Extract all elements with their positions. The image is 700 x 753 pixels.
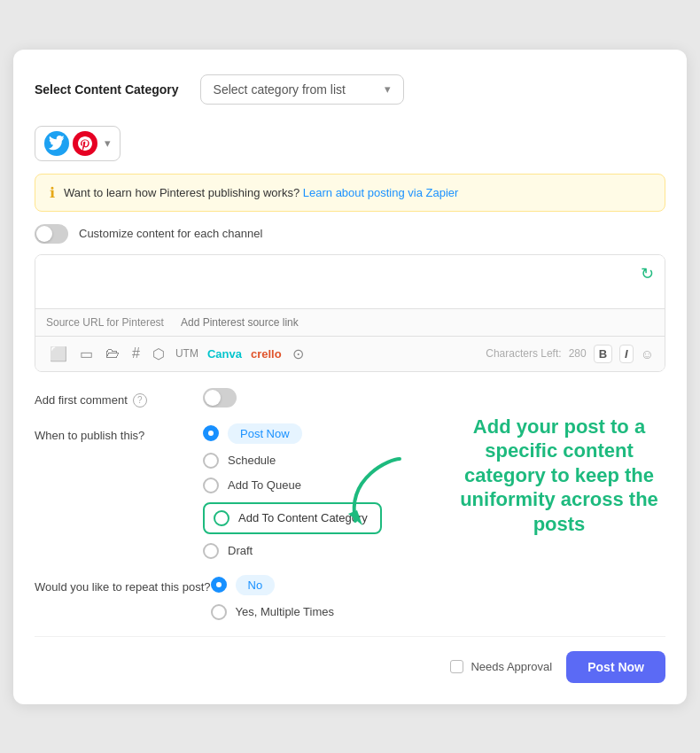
radio-add-content-circle [214, 510, 229, 526]
folder-icon[interactable]: 🗁 [102, 344, 123, 363]
radio-add-to-queue-circle [203, 477, 219, 493]
toolbar-row: ⬜ ▭ 🗁 # ⬡ UTM Canva crello ⊙ Characters … [35, 336, 665, 371]
first-comment-toggle-knob [205, 390, 221, 406]
italic-button[interactable]: I [619, 345, 634, 363]
info-banner: ℹ Want to learn how Pinterest publishing… [35, 174, 665, 212]
radio-draft-label: Draft [228, 544, 253, 557]
radio-post-now[interactable]: Post Now [203, 423, 665, 444]
banner-text: Want to learn how Pinterest publishing w… [64, 186, 458, 199]
post-now-button[interactable]: Post Now [566, 651, 665, 683]
radio-schedule-circle [203, 453, 219, 469]
needs-approval-group: Needs Approval [450, 660, 552, 673]
banner-link[interactable]: Learn about posting via Zapier [303, 186, 459, 199]
editor-content[interactable]: ↻ [35, 255, 665, 308]
image-icon[interactable]: ⬜ [46, 344, 71, 364]
radio-add-to-queue-label: Add To Queue [228, 478, 301, 492]
radio-yes-multiple[interactable]: Yes, Multiple Times [211, 604, 666, 620]
first-comment-help-icon[interactable]: ? [133, 393, 147, 408]
accounts-selector[interactable]: ▾ [35, 126, 121, 161]
repeat-row: Would you like to repeat this post? No Y… [35, 575, 665, 620]
customize-row: Customize content for each channel [35, 224, 665, 244]
pinterest-avatar [73, 131, 97, 156]
canva-label[interactable]: Canva [206, 347, 244, 361]
radio-add-to-queue[interactable]: Add To Queue [203, 477, 665, 493]
chars-left-value: 280 [569, 347, 587, 360]
customize-label: Customize content for each channel [79, 227, 262, 240]
accounts-row: ▾ [35, 126, 665, 161]
source-url-row: Source URL for Pinterest [35, 308, 665, 336]
radio-yes-multiple-label: Yes, Multiple Times [236, 605, 335, 618]
main-card: Select Content Category Select category … [13, 50, 687, 704]
twitter-avatar [44, 131, 69, 156]
first-comment-label: Add first comment ? [35, 388, 203, 408]
hashtag-icon[interactable]: # [128, 344, 144, 363]
emoji-icon[interactable]: ☺ [641, 346, 654, 361]
needs-approval-checkbox[interactable] [450, 660, 463, 673]
radio-no-label: No [236, 575, 276, 595]
radio-yes-multiple-circle [211, 604, 227, 620]
radio-no[interactable]: No [211, 575, 666, 595]
publish-row: When to publish this? Post Now Schedule … [35, 423, 665, 559]
crello-label[interactable]: crello [249, 347, 284, 361]
chars-left-label: Characters Left: [486, 347, 561, 360]
bold-button[interactable]: B [594, 345, 612, 363]
radio-add-to-content-category[interactable]: Add To Content Category [203, 502, 382, 534]
link-icon[interactable]: ⬡ [149, 344, 168, 364]
repeat-content: No Yes, Multiple Times [211, 575, 666, 620]
category-row: Select Content Category Select category … [35, 74, 665, 105]
video-icon[interactable]: ▭ [76, 344, 97, 364]
chevron-down-icon: ▾ [385, 82, 391, 96]
radio-schedule-label: Schedule [228, 454, 276, 467]
utm-label[interactable]: UTM [174, 347, 200, 360]
form-section: Add first comment ? When to publish this… [35, 388, 665, 620]
source-url-label: Source URL for Pinterest [46, 316, 170, 329]
radio-no-circle [211, 577, 227, 593]
source-url-input[interactable] [181, 316, 654, 329]
radio-add-content-label: Add To Content Category [238, 511, 368, 524]
radio-post-now-circle [203, 425, 219, 441]
publish-label: When to publish this? [35, 423, 203, 442]
location-icon[interactable]: ⊙ [289, 344, 307, 364]
info-icon: ℹ [50, 184, 55, 201]
toggle-knob [36, 226, 52, 242]
radio-draft[interactable]: Draft [203, 543, 665, 559]
first-comment-content [203, 388, 665, 408]
needs-approval-label: Needs Approval [471, 660, 552, 673]
repeat-label: Would you like to repeat this post? [35, 575, 211, 594]
category-dropdown[interactable]: Select category from list ▾ [200, 74, 404, 105]
category-placeholder: Select category from list [214, 82, 346, 97]
footer-row: Needs Approval Post Now [35, 636, 665, 683]
accounts-chevron-icon: ▾ [105, 136, 111, 150]
first-comment-toggle[interactable] [203, 388, 237, 408]
chars-left-group: Characters Left: 280 B I ☺ [486, 345, 654, 363]
category-label: Select Content Category [35, 82, 179, 97]
refresh-icon[interactable]: ↻ [641, 264, 654, 283]
radio-post-now-label: Post Now [228, 423, 302, 444]
publish-content: Post Now Schedule Add To Queue Add To Co… [203, 423, 665, 559]
editor-area: ↻ Source URL for Pinterest ⬜ ▭ 🗁 # ⬡ UTM… [35, 254, 665, 372]
radio-draft-circle [203, 543, 219, 559]
radio-schedule[interactable]: Schedule [203, 453, 665, 469]
add-first-comment-row: Add first comment ? [35, 388, 665, 408]
customize-toggle[interactable] [35, 224, 68, 244]
